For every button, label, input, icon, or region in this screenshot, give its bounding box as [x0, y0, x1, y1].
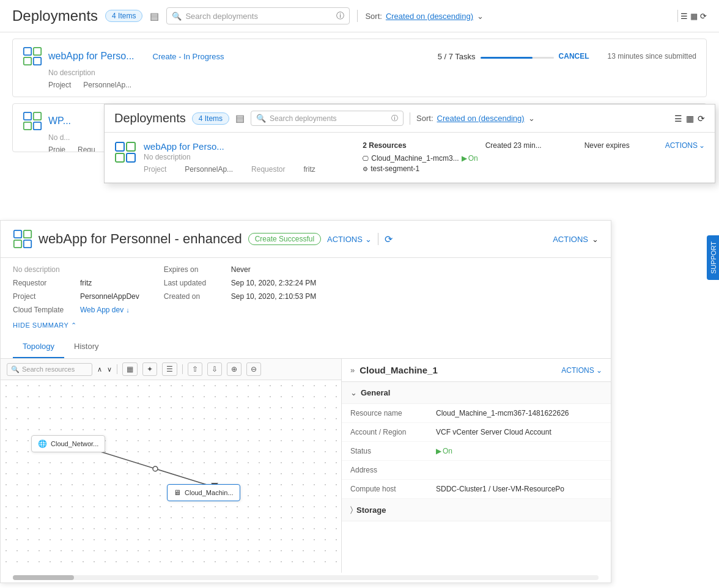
- bg-card2-name[interactable]: WP...: [48, 116, 71, 127]
- support-tab[interactable]: SUPPORT: [707, 235, 719, 280]
- detail-expires-label: Expires on: [164, 265, 225, 274]
- svg-rect-9: [127, 142, 135, 151]
- topo-grid-button[interactable]: ▦: [122, 362, 138, 376]
- general-collapse-icon: ⌄: [350, 388, 357, 397]
- topo-zoom-out-button[interactable]: ⊖: [246, 362, 261, 376]
- storage-expand-icon: 〉: [350, 505, 353, 515]
- topo-download-button[interactable]: ⇩: [207, 362, 222, 376]
- bg-card1-tasks-count: 5 / 7 Tasks: [438, 52, 476, 61]
- topology-search-bar[interactable]: 🔍 Search resources: [7, 363, 92, 376]
- detail-download-icon: ↓: [126, 306, 130, 314]
- mid-resource-2: ⚙ test-segment-1: [363, 164, 477, 173]
- detail-status-badge: Create Successful: [248, 233, 321, 245]
- mid-res1-icon: 🖵: [363, 155, 369, 162]
- svg-rect-13: [24, 230, 31, 238]
- bg-filter-icon[interactable]: ▤: [150, 10, 159, 22]
- detail-meta: No description Requestor fritz Project P…: [1, 258, 611, 322]
- detail-refresh-button[interactable]: ⟳: [385, 233, 393, 245]
- bg-progress-fill: [481, 57, 533, 59]
- mid-card-req-label: Requestor: [251, 165, 285, 174]
- mid-search-text: Search deployments: [270, 114, 336, 123]
- svg-rect-11: [127, 153, 135, 162]
- detail-bg-actions-chevron: ⌄: [592, 235, 599, 244]
- svg-rect-8: [116, 142, 124, 151]
- svg-rect-15: [24, 240, 31, 248]
- mid-card-meta: Project PersonnelAp... Requestor fritz: [144, 165, 355, 174]
- tab-history[interactable]: History: [64, 336, 108, 358]
- topo-list-button[interactable]: ☰: [162, 362, 177, 376]
- svg-line-16: [97, 450, 215, 487]
- network-node-label: Cloud_Networ...: [51, 440, 98, 447]
- bg-card1-header: webApp for Perso... Create - In Progress…: [23, 46, 696, 66]
- mid-refresh-icon[interactable]: ⟳: [698, 114, 705, 123]
- mid-grid-view-icon[interactable]: ▦: [686, 114, 694, 123]
- bg-sort-chevron[interactable]: ⌄: [477, 12, 484, 21]
- topo-share-button[interactable]: ✦: [142, 362, 157, 376]
- storage-section-header[interactable]: 〉 Storage: [342, 499, 611, 521]
- bg-search-bar[interactable]: 🔍 Search deployments ⓘ: [166, 7, 350, 24]
- mid-card-logo: [114, 141, 136, 163]
- detail-right-actions: ACTIONS ⌄: [553, 235, 599, 244]
- detail-bg-actions[interactable]: ACTIONS: [553, 235, 588, 244]
- detail-requestor-label: Requestor: [13, 279, 74, 287]
- bg-grid-view-icon[interactable]: ▦: [690, 12, 698, 21]
- mid-sort-value[interactable]: Created on (descending): [437, 114, 525, 123]
- prop-account-label: Account / Region: [350, 428, 430, 436]
- bg-cancel-button[interactable]: CANCEL: [559, 52, 589, 61]
- topo-sort-asc-icon[interactable]: ∧: [97, 366, 102, 373]
- detail-panel: webApp for Personnel - enhanced Create S…: [0, 220, 611, 583]
- mid-sort-chevron[interactable]: ⌄: [528, 114, 535, 123]
- mid-actions-button[interactable]: ACTIONS ⌄: [665, 141, 705, 150]
- topology-machine-node[interactable]: 🖥 Cloud_Machin...: [167, 484, 240, 501]
- mid-list-view-icon[interactable]: ☰: [674, 114, 682, 123]
- detail-requestor-row: Requestor fritz: [13, 279, 139, 287]
- machine-node-label: Cloud_Machin...: [185, 489, 234, 496]
- topo-search-icon: 🔍: [11, 366, 20, 373]
- mid-search-icon: 🔍: [256, 114, 266, 123]
- topo-upload-button[interactable]: ⇧: [188, 362, 202, 376]
- prop-resource-name-value: Cloud_Machine_1-mcm367-1481622626: [436, 409, 602, 417]
- topo-sort-desc-icon[interactable]: ∨: [107, 366, 112, 373]
- detail-updated-label: Last updated: [164, 279, 225, 287]
- bg-sort-value[interactable]: Created on (descending): [386, 12, 473, 21]
- mid-title: Deployments: [114, 111, 186, 125]
- bg-card1-project-label: Project: [48, 81, 71, 89]
- general-section-title: General: [361, 388, 390, 397]
- topology-network-node[interactable]: 🌐 Cloud_Networ...: [31, 435, 105, 452]
- mid-card: webApp for Perso... No description Proje…: [105, 133, 715, 183]
- bg-sort-section: Sort: Created on (descending) ⌄: [365, 12, 484, 21]
- bg-refresh-icon[interactable]: ⟳: [700, 12, 707, 21]
- bg-card1-desc: No description: [48, 68, 696, 77]
- detail-project-row: Project PersonnelAppDev: [13, 292, 139, 301]
- detail-title: webApp for Personnel - enhanced: [39, 231, 242, 247]
- topo-search-placeholder: Search resources: [22, 366, 75, 373]
- mid-resources-count: 2 Resources: [363, 141, 477, 150]
- bg-page-title: Deployments: [12, 7, 98, 24]
- right-panel-chevron-icon[interactable]: »: [350, 366, 355, 375]
- bottom-scrollbar[interactable]: [13, 575, 599, 580]
- prop-compute-value: SDDC-Cluster1 / User-VM-ResourcePo: [436, 485, 602, 493]
- detail-actions-button[interactable]: ACTIONS ⌄: [327, 235, 372, 244]
- detail-description: No description: [13, 265, 60, 274]
- mid-search-bar[interactable]: 🔍 Search deployments ⓘ: [251, 111, 404, 126]
- tab-topology[interactable]: Topology: [13, 336, 64, 358]
- hide-summary-button[interactable]: HIDE SUMMARY ⌃: [1, 322, 611, 336]
- topo-separator2: [182, 364, 183, 374]
- scrollbar-thumb[interactable]: [13, 575, 74, 580]
- network-node-icon: 🌐: [38, 439, 47, 448]
- machine-node-icon: 🖥: [174, 488, 181, 497]
- mid-info-icon: ⓘ: [391, 114, 398, 123]
- mid-filter-icon[interactable]: ▤: [235, 112, 245, 124]
- bg-list-view-icon[interactable]: ☰: [680, 12, 688, 21]
- mid-res2-icon: ⚙: [363, 166, 368, 172]
- mid-sort-section: Sort: Created on (descending) ⌄: [416, 114, 535, 123]
- bg-card1-name[interactable]: webApp for Perso...: [48, 51, 135, 62]
- prop-compute-label: Compute host: [350, 485, 430, 493]
- bg-card1-meta: Project PersonnelAp...: [48, 81, 696, 89]
- right-panel-actions-button[interactable]: ACTIONS ⌄: [561, 366, 602, 375]
- mid-card-name[interactable]: webApp for Perso...: [144, 141, 355, 152]
- detail-meta-col2: Expires on Never Last updated Sep 10, 20…: [164, 265, 316, 314]
- detail-template-value[interactable]: Web App dev ↓: [80, 306, 130, 314]
- general-section-header[interactable]: ⌄ General: [342, 382, 611, 404]
- topo-zoom-in-button[interactable]: ⊕: [227, 362, 242, 376]
